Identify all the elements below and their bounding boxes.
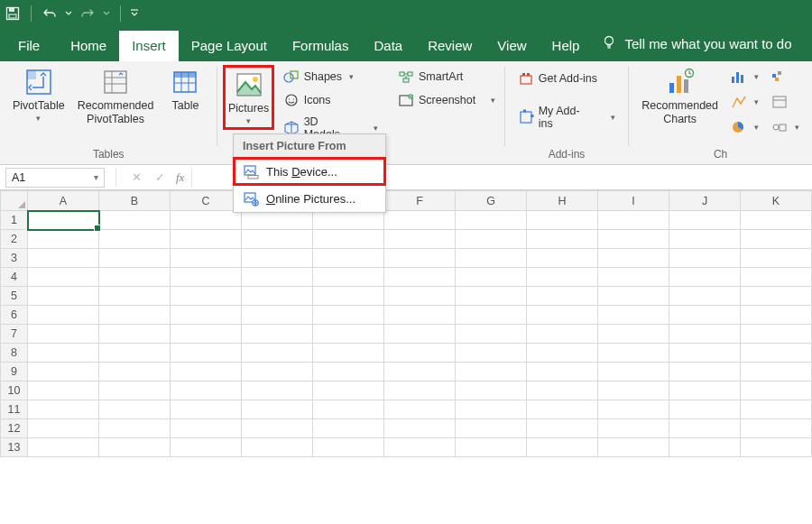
cell[interactable] [456,230,527,249]
tab-help[interactable]: Help [540,31,593,61]
row-header[interactable]: 8 [1,344,28,363]
cell[interactable] [99,306,171,325]
cell[interactable] [28,363,99,382]
save-icon[interactable] [4,5,22,23]
cell[interactable] [741,400,812,419]
cell[interactable] [669,211,741,230]
cell[interactable] [99,363,171,382]
cell[interactable] [384,230,456,249]
screenshot-button[interactable]: Screenshot ▾ [394,90,499,110]
cell[interactable] [527,230,598,249]
cell[interactable] [28,438,99,457]
icons-button[interactable]: Icons [280,90,382,110]
cell[interactable] [313,438,384,457]
shapes-button[interactable]: Shapes▾ [280,67,382,87]
chart-type-1-button[interactable]: ▾ [727,67,762,87]
col-header[interactable]: C [171,191,242,211]
chart-type-4-button[interactable] [768,67,803,87]
cell[interactable] [99,230,171,249]
cell[interactable] [741,419,812,438]
col-header[interactable]: I [598,191,669,211]
cell[interactable] [384,211,456,230]
cell[interactable] [741,344,812,363]
cell[interactable] [669,438,741,457]
cell[interactable] [456,382,527,400]
tab-file[interactable]: File [5,31,52,61]
cell[interactable] [171,249,242,268]
row-header[interactable]: 2 [1,230,28,249]
fx-icon[interactable]: fx [176,170,184,185]
cell[interactable] [384,400,456,419]
redo-icon[interactable] [78,5,97,23]
cell[interactable] [527,438,598,457]
cell[interactable] [171,419,242,438]
cell[interactable] [598,325,669,344]
cell[interactable] [669,325,741,344]
cell[interactable] [669,249,741,268]
cell[interactable] [456,325,527,344]
recommended-charts-button[interactable]: Recommended Charts [638,65,722,126]
cell[interactable] [99,344,171,363]
cell[interactable] [171,230,242,249]
cell[interactable] [598,230,669,249]
cell[interactable] [384,268,456,287]
cell[interactable] [669,306,741,325]
chart-type-2-button[interactable]: ▾ [727,92,762,112]
cell[interactable] [313,419,384,438]
cell[interactable] [313,287,384,306]
cell[interactable] [527,344,598,363]
cell[interactable] [527,363,598,382]
cell[interactable] [598,400,669,419]
tab-view[interactable]: View [484,31,539,61]
row-header[interactable]: 11 [1,400,28,419]
get-addins-button[interactable]: Get Add-ins [514,67,620,90]
cell[interactable] [242,438,313,457]
cell[interactable] [741,363,812,382]
cell[interactable] [171,438,242,457]
cell[interactable] [456,268,527,287]
cell[interactable] [171,306,242,325]
col-header[interactable]: G [456,191,527,211]
cell[interactable] [171,400,242,419]
cell[interactable] [242,363,313,382]
spreadsheet-grid[interactable]: ABCDEFGHIJK12345678910111213 [0,190,812,524]
online-pictures-item[interactable]: Online Pictures... [234,185,385,212]
cell[interactable] [384,344,456,363]
cell[interactable] [28,306,99,325]
cell[interactable] [456,363,527,382]
row-header[interactable]: 10 [1,382,28,400]
cell[interactable] [598,306,669,325]
name-box[interactable]: A1 ▾ [5,168,105,188]
undo-icon[interactable] [41,5,59,23]
qat-customize-icon[interactable] [130,5,139,23]
cell[interactable] [527,287,598,306]
cell[interactable] [313,363,384,382]
cell[interactable] [171,363,242,382]
cell[interactable] [28,344,99,363]
cell[interactable] [99,325,171,344]
cell[interactable] [99,211,171,230]
this-device-item[interactable]: This Device... [234,158,385,185]
col-header[interactable]: H [527,191,598,211]
cell[interactable] [99,268,171,287]
recommended-pivot-button[interactable]: Recommended PivotTables [74,65,158,126]
cell[interactable] [669,419,741,438]
cell[interactable] [171,344,242,363]
cell[interactable] [99,400,171,419]
cell[interactable] [741,249,812,268]
cell[interactable] [384,249,456,268]
cell[interactable] [313,211,384,230]
row-header[interactable]: 3 [1,249,28,268]
pivottable-button[interactable]: PivotTable ▾ [9,65,69,123]
cell[interactable] [598,268,669,287]
row-header[interactable]: 5 [1,287,28,306]
cell[interactable] [313,268,384,287]
cell[interactable] [28,419,99,438]
col-header[interactable]: B [99,191,171,211]
cell[interactable] [313,249,384,268]
cell[interactable] [527,306,598,325]
cell[interactable] [384,419,456,438]
cell[interactable] [598,438,669,457]
tell-me[interactable]: Tell me what you want to do [592,27,800,61]
cell[interactable] [242,287,313,306]
